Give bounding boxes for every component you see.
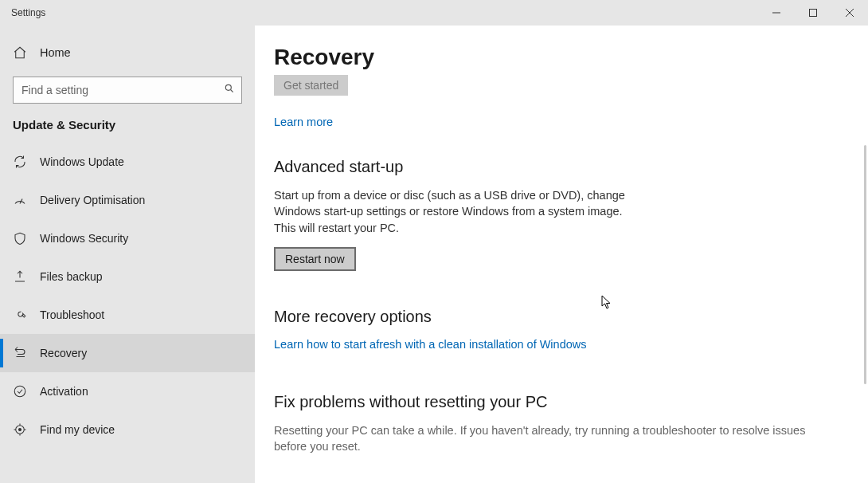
sidebar-item-recovery[interactable]: Recovery bbox=[0, 334, 255, 372]
sync-icon bbox=[13, 155, 27, 169]
sidebar-home[interactable]: Home bbox=[0, 35, 255, 70]
scrollbar[interactable] bbox=[864, 145, 866, 384]
wrench-icon bbox=[13, 308, 27, 322]
sidebar-item-label: Files backup bbox=[40, 270, 103, 283]
sidebar-section-header: Update & Security bbox=[0, 118, 255, 143]
get-started-button[interactable]: Get started bbox=[274, 75, 348, 96]
maximize-button[interactable] bbox=[795, 0, 831, 26]
restart-now-button[interactable]: Restart now bbox=[274, 247, 356, 271]
recovery-icon bbox=[13, 346, 27, 360]
sidebar-item-find-my-device[interactable]: Find my device bbox=[0, 410, 255, 449]
sidebar-item-windows-update[interactable]: Windows Update bbox=[0, 143, 255, 181]
search-input[interactable] bbox=[14, 77, 241, 103]
advanced-startup-body: Start up from a device or disc (such as … bbox=[274, 187, 640, 236]
sidebar-item-label: Activation bbox=[40, 385, 88, 398]
search-icon bbox=[224, 83, 235, 97]
close-button[interactable] bbox=[831, 0, 868, 26]
sidebar-item-label: Recovery bbox=[40, 347, 87, 359]
sidebar-item-label: Windows Update bbox=[40, 155, 124, 168]
fix-problems-body: Resetting your PC can take a while. If y… bbox=[274, 422, 831, 455]
more-recovery-heading: More recovery options bbox=[274, 308, 836, 326]
sidebar-item-files-backup[interactable]: Files backup bbox=[0, 257, 255, 296]
advanced-startup-heading: Advanced start-up bbox=[274, 158, 836, 176]
svg-rect-0 bbox=[810, 10, 817, 17]
fix-problems-heading: Fix problems without resetting your PC bbox=[274, 393, 836, 411]
sidebar-item-delivery-optimisation[interactable]: Delivery Optimisation bbox=[0, 181, 255, 219]
svg-point-2 bbox=[14, 386, 25, 397]
search-container bbox=[13, 77, 242, 104]
backup-icon bbox=[13, 269, 27, 284]
home-icon bbox=[13, 45, 27, 60]
window-title-text: Settings bbox=[11, 7, 45, 18]
sidebar: Home Update & Security Windows Update De… bbox=[0, 26, 255, 483]
activation-icon bbox=[13, 384, 27, 399]
sidebar-item-activation[interactable]: Activation bbox=[0, 372, 255, 410]
sidebar-home-label: Home bbox=[40, 46, 71, 59]
sidebar-item-label: Find my device bbox=[40, 423, 115, 436]
sidebar-item-windows-security[interactable]: Windows Security bbox=[0, 219, 255, 257]
minimize-button[interactable] bbox=[758, 0, 795, 26]
locate-icon bbox=[13, 422, 27, 437]
sidebar-item-label: Delivery Optimisation bbox=[40, 194, 145, 206]
content-pane: Recovery Get started Learn more Advanced… bbox=[255, 26, 868, 483]
svg-point-1 bbox=[225, 84, 231, 90]
fresh-install-link[interactable]: Learn how to start afresh with a clean i… bbox=[274, 338, 587, 351]
sidebar-item-troubleshoot[interactable]: Troubleshoot bbox=[0, 296, 255, 334]
page-title: Recovery bbox=[274, 45, 836, 70]
gauge-icon bbox=[13, 193, 27, 207]
search-box[interactable] bbox=[13, 77, 242, 104]
learn-more-link[interactable]: Learn more bbox=[274, 116, 333, 128]
sidebar-item-label: Troubleshoot bbox=[40, 308, 104, 321]
shield-icon bbox=[13, 231, 27, 245]
sidebar-item-label: Windows Security bbox=[40, 232, 128, 245]
titlebar: Settings bbox=[0, 0, 868, 26]
window-controls bbox=[758, 0, 868, 26]
svg-point-4 bbox=[19, 429, 22, 431]
